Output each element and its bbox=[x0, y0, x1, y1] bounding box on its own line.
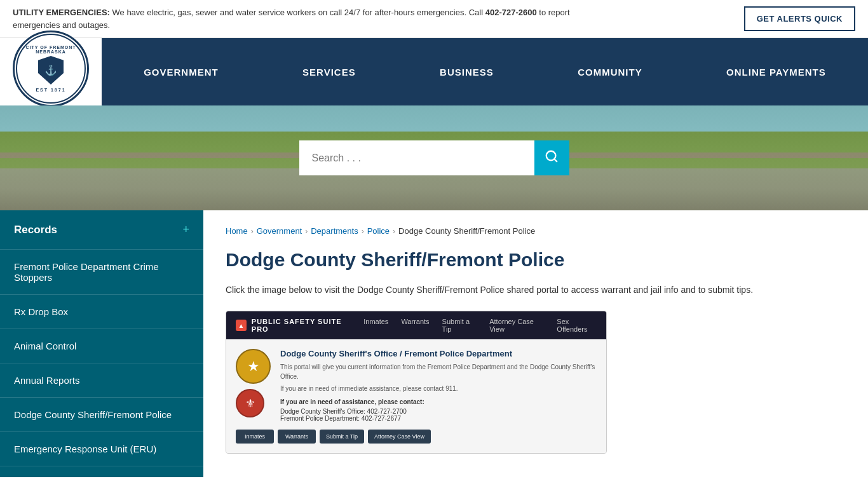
logo-top-text: CITY OF FREMONTNEBRASKA bbox=[25, 45, 76, 54]
breadcrumb-departments[interactable]: Departments bbox=[311, 226, 358, 236]
alerts-button[interactable]: GET ALERTS QUICK bbox=[744, 6, 855, 31]
sheriff-star-icon: ★ bbox=[247, 358, 260, 375]
portal-btn-warrants: Warrants bbox=[278, 430, 316, 444]
portal-contact-title: If you are in need of assistance, please… bbox=[280, 398, 597, 405]
utility-text1: We have electric, gas, sewer and water s… bbox=[110, 8, 485, 17]
sidebar-eru-label: Emergency Response Unit (ERU) bbox=[14, 444, 156, 454]
police-badge-icon: ⚜ bbox=[245, 396, 255, 410]
utility-message: UTILITY EMERGENCIES: We have electric, g… bbox=[13, 6, 585, 31]
portal-btn-inmates: Inmates bbox=[236, 430, 274, 444]
portal-nav-attorney: Attorney Case View bbox=[489, 318, 544, 333]
portal-badges: ★ ⚜ bbox=[236, 349, 271, 417]
utility-phone: 402-727-2600 bbox=[485, 8, 537, 17]
utility-bar: UTILITY EMERGENCIES: We have electric, g… bbox=[0, 0, 868, 38]
portal-logo-text: PUBLIC SAFETY SUITE PRO bbox=[252, 318, 354, 333]
search-icon bbox=[545, 149, 559, 167]
portal-image[interactable]: ▲ PUBLIC SAFETY SUITE PRO Inmates Warran… bbox=[226, 311, 607, 454]
portal-badge-sheriff: ★ bbox=[236, 349, 271, 384]
utility-bold: UTILITY EMERGENCIES: bbox=[13, 8, 110, 17]
sidebar-item-eru[interactable]: Emergency Response Unit (ERU) bbox=[0, 432, 203, 466]
portal-nav-submit-tip: Submit a Tip bbox=[442, 318, 477, 333]
breadcrumb-police[interactable]: Police bbox=[367, 226, 390, 236]
portal-nav-sex-offenders: Sex Offenders bbox=[557, 318, 597, 333]
sidebar-item-annual-reports[interactable]: Annual Reports bbox=[0, 363, 203, 398]
breadcrumb: Home › Government › Departments › Police… bbox=[226, 226, 846, 236]
portal-info-text2: If you are in need of immediate assistan… bbox=[280, 384, 597, 393]
content-wrapper: Records + Fremont Police Department Crim… bbox=[0, 210, 868, 477]
logo-area: CITY OF FREMONTNEBRASKA ⚓ EST 1871 bbox=[0, 38, 102, 105]
breadcrumb-government[interactable]: Government bbox=[257, 226, 302, 236]
plus-icon: + bbox=[182, 223, 189, 236]
sidebar: Records + Fremont Police Department Crim… bbox=[0, 210, 203, 477]
main-content: Home › Government › Departments › Police… bbox=[203, 210, 868, 477]
breadcrumb-sep3: › bbox=[362, 227, 364, 236]
breadcrumb-home[interactable]: Home bbox=[226, 226, 248, 236]
search-button[interactable] bbox=[534, 140, 569, 175]
breadcrumb-current: Dodge County Sheriff/Fremont Police bbox=[398, 226, 535, 236]
logo-bottom-text: EST 1871 bbox=[36, 88, 65, 92]
portal-logo-icon: ▲ bbox=[236, 320, 247, 331]
main-header: CITY OF FREMONTNEBRASKA ⚓ EST 1871 GOVER… bbox=[0, 38, 868, 105]
portal-btn-attorney: Attorney Case View bbox=[368, 430, 431, 444]
page-title: Dodge County Sheriff/Fremont Police bbox=[226, 248, 846, 271]
shield-icon: ⚓ bbox=[44, 64, 57, 76]
main-navigation: GOVERNMENT SERVICES BUSINESS COMMUNITY O… bbox=[102, 48, 868, 96]
logo-inner: CITY OF FREMONTNEBRASKA ⚓ EST 1871 bbox=[16, 34, 86, 104]
portal-info-text1: This portal will give you current inform… bbox=[280, 362, 597, 381]
nav-services[interactable]: SERVICES bbox=[293, 60, 365, 84]
portal-contact2: Fremont Police Department: 402-727-2677 bbox=[280, 415, 597, 422]
sidebar-item-records[interactable]: Records + bbox=[0, 210, 203, 250]
nav-business[interactable]: BUSINESS bbox=[430, 60, 503, 84]
breadcrumb-sep2: › bbox=[305, 227, 308, 236]
hero-section bbox=[0, 105, 868, 210]
utility-text-area: UTILITY EMERGENCIES: We have electric, g… bbox=[13, 6, 744, 31]
portal-org-title: Dodge County Sheriff's Office / Fremont … bbox=[280, 349, 597, 358]
portal-action-buttons: Inmates Warrants Submit a Tip Attorney C… bbox=[236, 430, 597, 444]
sidebar-records-label: Records bbox=[14, 224, 57, 236]
portal-body: ★ ⚜ Dodge County Sheriff's Office / Frem… bbox=[226, 339, 606, 453]
search-input[interactable] bbox=[299, 140, 534, 175]
nav-government[interactable]: GOVERNMENT bbox=[134, 60, 228, 84]
portal-btn-submit-tip: Submit a Tip bbox=[320, 430, 364, 444]
sidebar-item-animal-control[interactable]: Animal Control bbox=[0, 329, 203, 363]
svg-line-1 bbox=[554, 159, 557, 161]
nav-community[interactable]: COMMUNITY bbox=[568, 60, 652, 84]
sidebar-annual-label: Annual Reports bbox=[14, 375, 79, 386]
search-container bbox=[299, 140, 569, 175]
portal-nav: Inmates Warrants Submit a Tip Attorney C… bbox=[363, 318, 597, 333]
sidebar-dodge-label: Dodge County Sheriff/Fremont Police bbox=[14, 409, 172, 420]
sidebar-crime-stoppers-label: Fremont Police Department Crime Stoppers bbox=[14, 261, 189, 283]
breadcrumb-sep1: › bbox=[251, 227, 254, 236]
portal-badge-police: ⚜ bbox=[236, 389, 264, 417]
portal-nav-inmates: Inmates bbox=[363, 318, 388, 333]
sidebar-item-crime-stoppers[interactable]: Fremont Police Department Crime Stoppers bbox=[0, 250, 203, 295]
sidebar-item-rx-drop-box[interactable]: Rx Drop Box bbox=[0, 295, 203, 329]
sidebar-item-dodge-sheriff[interactable]: Dodge County Sheriff/Fremont Police bbox=[0, 398, 203, 432]
portal-logo: ▲ PUBLIC SAFETY SUITE PRO bbox=[236, 318, 354, 333]
sidebar-rx-label: Rx Drop Box bbox=[14, 306, 68, 317]
page-description: Click the image below to visit the Dodge… bbox=[226, 283, 846, 297]
city-logo: CITY OF FREMONTNEBRASKA ⚓ EST 1871 bbox=[13, 30, 89, 107]
portal-contact1: Dodge County Sheriff's Office: 402-727-2… bbox=[280, 408, 597, 415]
portal-info: Dodge County Sheriff's Office / Fremont … bbox=[280, 349, 597, 422]
portal-nav-warrants: Warrants bbox=[401, 318, 429, 333]
logo-shield: ⚓ bbox=[38, 56, 64, 85]
breadcrumb-sep4: › bbox=[393, 227, 395, 236]
portal-topbar: ▲ PUBLIC SAFETY SUITE PRO Inmates Warran… bbox=[226, 311, 606, 339]
sidebar-animal-label: Animal Control bbox=[14, 341, 76, 351]
portal-contact: If you are in need of assistance, please… bbox=[280, 398, 597, 422]
nav-online-payments[interactable]: ONLINE PAYMENTS bbox=[717, 60, 836, 84]
portal-body-header: ★ ⚜ Dodge County Sheriff's Office / Frem… bbox=[236, 349, 597, 422]
